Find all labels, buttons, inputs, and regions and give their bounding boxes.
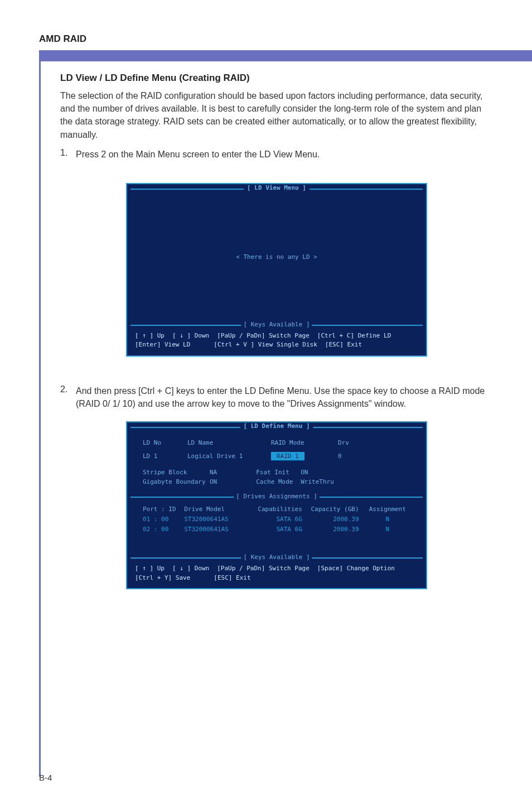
fast-init-label: Fsat Init	[256, 468, 301, 478]
step-number: 1.	[60, 148, 76, 161]
col-port-id: Port : ID	[143, 504, 178, 514]
step-2: 2. And then press [Ctrl + C] keys to ent…	[60, 384, 493, 410]
key-switch-page: [PaUp / PaDn] Switch Page	[217, 564, 309, 574]
drive-row[interactable]: 02 : 00 ST32000641AS SATA 6G 2000.39 N	[143, 524, 410, 535]
fast-init-value: ON	[301, 469, 308, 476]
col-drv: Drv	[338, 439, 383, 446]
drive-model: ST32000641AS	[184, 524, 245, 535]
ld-define-screenshot: [ LD Define Menu ] LD No LD Name RAID Mo…	[126, 421, 427, 589]
drive-cap: SATA 6G	[251, 524, 302, 535]
ld-define-top-panel: LD No LD Name RAID Mode Drv LD 1 Logical…	[127, 431, 426, 493]
drive-model: ST32000641AS	[184, 514, 245, 524]
key-enter-view: [Enter] View LD	[135, 340, 190, 350]
keys-available-label: [ Keys Available ]	[241, 321, 312, 328]
key-save: [Ctrl + Y] Save	[135, 574, 190, 583]
ld-view-screenshot: [ LD View Menu ] < There is no any LD > …	[126, 183, 427, 357]
key-view-single: [Ctrl + V ] View Single Disk	[214, 340, 317, 350]
ld-define-footer: [ ↑ ] Up [ ↓ ] Down [PaUp / PaDn] Switch…	[127, 562, 426, 588]
drive-port: 02 : 00	[143, 524, 178, 535]
cache-mode-label: Cache Mode	[256, 478, 301, 487]
ld-view-empty-text: < There is no any LD >	[236, 253, 317, 261]
keys-available-label: [ Keys Available ]	[241, 553, 312, 561]
gb-boundary-label: Gigabyte Boundary	[143, 478, 210, 487]
key-up: [ ↑ ] Up	[135, 564, 165, 574]
step-1: 1. Press 2 on the Main Menu screen to en…	[60, 148, 493, 161]
step-number: 2.	[60, 384, 76, 410]
stripe-block-label: Stripe Block	[143, 468, 210, 478]
ld-id: LD 1	[143, 453, 187, 460]
cache-mode-value: WriteThru	[301, 478, 334, 485]
drive-assignment: N	[365, 514, 411, 524]
key-change-option: [Space] Change Option	[317, 564, 395, 574]
page-header-title: AMD RAID	[39, 33, 493, 45]
section-intro: The selection of the RAID configuration …	[60, 89, 493, 141]
key-up: [ ↑ ] Up	[135, 331, 165, 341]
ld-name-value: Logical Drive 1	[187, 453, 271, 460]
drive-row[interactable]: 01 : 00 ST32000641AS SATA 6G 2000.39 N	[143, 514, 410, 524]
ld-view-body: < There is no any LD >	[127, 193, 426, 321]
key-switch-page: [PaUp / PaDn] Switch Page	[217, 331, 309, 341]
col-capacity: Capacity (GB)	[308, 504, 359, 514]
key-down: [ ↓ ] Down	[172, 331, 209, 341]
content-area: LD View / LD Define Menu (Creating RAID)…	[39, 50, 510, 777]
col-ld-name: LD Name	[187, 439, 271, 446]
ld-define-title: [ LD Define Menu ]	[240, 422, 313, 430]
ld-view-footer: [ ↑ ] Up [ ↓ ] Down [PaUp / PaDn] Switch…	[127, 329, 426, 355]
key-down: [ ↓ ] Down	[172, 564, 209, 574]
key-esc: [ESC] Exit	[325, 340, 362, 350]
col-assignment: Assignment	[365, 504, 411, 514]
drive-assignment: N	[365, 524, 411, 535]
drive-port: 01 : 00	[143, 514, 178, 524]
section-title: LD View / LD Define Menu (Creating RAID)	[60, 73, 493, 84]
ld-view-title: [ LD View Menu ]	[244, 184, 309, 191]
col-capabilities: Capabilities	[251, 504, 302, 514]
page-number: B-4	[39, 773, 52, 782]
drives-assignments-label: [ Drives Assignments ]	[234, 493, 320, 500]
key-esc: [ESC] Exit	[214, 574, 250, 583]
col-drive-model: Drive Model	[184, 504, 245, 514]
drv-value: 0	[338, 453, 383, 460]
raid-mode-selected[interactable]: RAID 1	[271, 452, 304, 460]
key-define-ld: [Ctrl + C] Define LD	[317, 331, 391, 341]
drives-table: Port : ID Drive Model Capabilities Capac…	[127, 501, 426, 554]
drive-capacity: 2000.39	[308, 514, 359, 524]
step-text: And then press [Ctrl + C] keys to enter …	[76, 384, 493, 410]
gb-boundary-value: ON	[210, 478, 217, 485]
step-text: Press 2 on the Main Menu screen to enter…	[76, 148, 320, 161]
drive-capacity: 2000.39	[308, 524, 359, 535]
col-ld-no: LD No	[143, 439, 187, 446]
drive-cap: SATA 6G	[251, 514, 302, 524]
stripe-block-value: NA	[210, 469, 217, 476]
col-raid-mode: RAID Mode	[271, 439, 338, 446]
